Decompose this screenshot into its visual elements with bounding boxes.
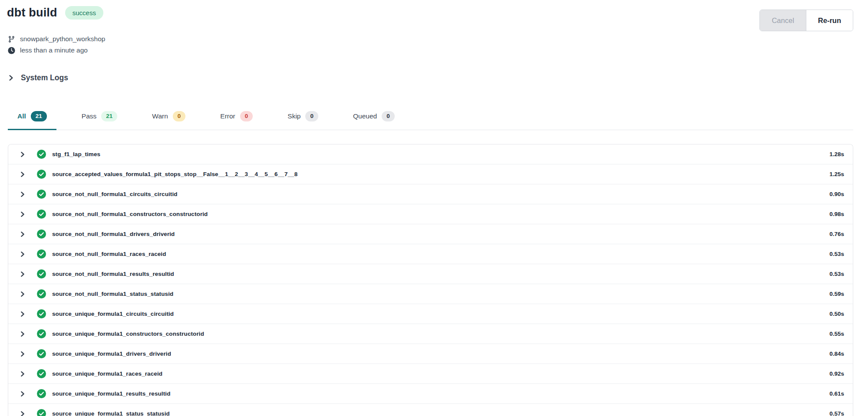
result-name: stg_f1_lap_times [52, 151, 100, 157]
row-expand-chevron-icon[interactable] [20, 151, 27, 157]
result-row[interactable]: source_unique_formula1_results_resultid … [8, 384, 853, 404]
result-row[interactable]: stg_f1_lap_times 1.28s [8, 144, 853, 164]
tab-count-badge: 21 [101, 111, 117, 121]
tab-label: Skip [287, 112, 300, 120]
row-expand-chevron-icon[interactable] [20, 411, 27, 416]
results-tab-pass[interactable]: Pass 21 [72, 108, 127, 130]
check-circle-icon [37, 269, 46, 278]
row-expand-chevron-icon[interactable] [20, 391, 27, 397]
page-title: dbt build [7, 6, 57, 20]
result-name: source_not_null_formula1_races_raceid [52, 251, 166, 257]
result-row[interactable]: source_not_null_formula1_results_resulti… [8, 264, 853, 284]
result-row[interactable]: source_not_null_formula1_constructors_co… [8, 204, 853, 224]
result-row[interactable]: source_unique_formula1_races_raceid 0.92… [8, 364, 853, 384]
result-name: source_unique_formula1_constructors_cons… [52, 331, 204, 337]
check-circle-icon [37, 229, 46, 239]
result-name: source_not_null_formula1_circuits_circui… [52, 191, 178, 197]
results-tab-warn[interactable]: Warn 0 [142, 108, 195, 130]
tab-count-badge: 0 [240, 111, 253, 121]
result-row[interactable]: source_not_null_formula1_races_raceid 0.… [8, 244, 853, 264]
result-name: source_unique_formula1_status_statusid [52, 410, 170, 416]
results-list: stg_f1_lap_times 1.28s source_accepted_v… [8, 144, 853, 416]
result-duration: 0.57s [829, 410, 844, 416]
chevron-right-icon [8, 75, 14, 81]
result-row[interactable]: source_unique_formula1_drivers_driverid … [8, 344, 853, 364]
result-duration: 0.50s [829, 311, 844, 317]
check-circle-icon [37, 309, 46, 318]
result-duration: 0.61s [829, 390, 844, 397]
result-name: source_unique_formula1_results_resultid [52, 390, 171, 397]
result-name: source_not_null_formula1_constructors_co… [52, 211, 208, 217]
result-duration: 0.53s [829, 271, 844, 277]
result-name: source_unique_formula1_drivers_driverid [52, 350, 171, 357]
results-tabbar: All 21 Pass 21 Warn 0 Error 0 Skip 0 Que… [8, 108, 853, 130]
row-expand-chevron-icon[interactable] [20, 251, 27, 257]
check-circle-icon [37, 369, 46, 378]
check-circle-icon [37, 170, 46, 179]
results-tab-error[interactable]: Error 0 [211, 108, 262, 130]
time-row: less than a minute ago [7, 45, 868, 56]
system-logs-toggle[interactable]: System Logs [8, 73, 68, 82]
git-branch-icon [7, 36, 15, 43]
tab-count-badge: 0 [173, 111, 186, 121]
check-circle-icon [37, 409, 46, 416]
result-duration: 0.84s [829, 350, 844, 357]
results-tab-skip[interactable]: Skip 0 [278, 108, 328, 130]
row-expand-chevron-icon[interactable] [20, 171, 27, 177]
row-expand-chevron-icon[interactable] [20, 211, 27, 217]
result-row[interactable]: source_not_null_formula1_status_statusid… [8, 284, 853, 304]
tab-label: All [17, 112, 26, 120]
result-duration: 0.92s [829, 370, 844, 377]
result-duration: 0.98s [829, 211, 844, 217]
tab-count-badge: 0 [382, 111, 395, 121]
result-row[interactable]: source_accepted_values_formula1_pit_stop… [8, 164, 853, 184]
check-circle-icon [37, 210, 46, 219]
result-row[interactable]: source_unique_formula1_constructors_cons… [8, 324, 853, 344]
result-duration: 0.53s [829, 251, 844, 257]
results-tab-queued[interactable]: Queued 0 [343, 108, 404, 130]
rerun-button[interactable]: Re-run [806, 10, 853, 31]
result-name: source_unique_formula1_races_raceid [52, 370, 162, 377]
result-name: source_not_null_formula1_results_resulti… [52, 271, 174, 277]
result-duration: 0.59s [829, 291, 844, 297]
run-meta: snowpark_python_workshop less than a min… [0, 33, 868, 56]
row-expand-chevron-icon[interactable] [20, 231, 27, 237]
tab-label: Pass [82, 112, 96, 120]
result-duration: 1.28s [829, 151, 844, 157]
branch-name: snowpark_python_workshop [20, 35, 105, 43]
result-duration: 0.90s [829, 191, 844, 197]
result-name: source_not_null_formula1_status_statusid [52, 291, 173, 297]
row-expand-chevron-icon[interactable] [20, 331, 27, 337]
clock-icon [7, 47, 15, 54]
cancel-button[interactable]: Cancel [760, 10, 806, 31]
result-name: source_unique_formula1_circuits_circuiti… [52, 311, 174, 317]
tab-count-badge: 0 [305, 111, 318, 121]
row-expand-chevron-icon[interactable] [20, 291, 27, 297]
row-expand-chevron-icon[interactable] [20, 191, 27, 197]
result-duration: 1.25s [829, 171, 844, 177]
system-logs-label: System Logs [21, 73, 68, 82]
result-duration: 0.76s [829, 231, 844, 237]
check-circle-icon [37, 289, 46, 298]
status-badge: success [65, 6, 103, 20]
row-expand-chevron-icon[interactable] [20, 311, 27, 317]
run-actions: Cancel Re-run [759, 10, 853, 31]
results-tab-all[interactable]: All 21 [8, 108, 56, 130]
result-row[interactable]: source_unique_formula1_status_statusid 0… [8, 404, 853, 416]
row-expand-chevron-icon[interactable] [20, 351, 27, 357]
tab-count-badge: 21 [31, 111, 47, 121]
tab-label: Error [220, 112, 235, 120]
result-row[interactable]: source_unique_formula1_circuits_circuiti… [8, 304, 853, 324]
row-expand-chevron-icon[interactable] [20, 371, 27, 377]
row-expand-chevron-icon[interactable] [20, 271, 27, 277]
run-header: dbt build success Cancel Re-run [0, 0, 868, 31]
check-circle-icon [37, 150, 46, 159]
check-circle-icon [37, 249, 46, 259]
branch-row: snowpark_python_workshop [7, 33, 868, 45]
check-circle-icon [37, 389, 46, 398]
run-timestamp: less than a minute ago [20, 46, 88, 54]
check-circle-icon [37, 190, 46, 199]
result-row[interactable]: source_not_null_formula1_drivers_driveri… [8, 224, 853, 244]
check-circle-icon [37, 329, 46, 338]
result-row[interactable]: source_not_null_formula1_circuits_circui… [8, 184, 853, 204]
